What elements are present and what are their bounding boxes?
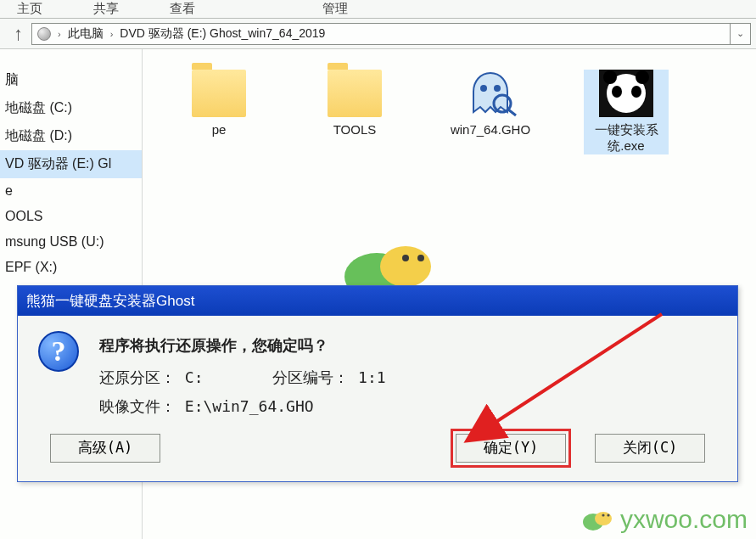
dialog-message: 程序将执行还原操作，您确定吗？ [99, 331, 386, 360]
image-file-value: E:\win7_64.GHO [185, 397, 314, 415]
ok-button[interactable]: 确定(Y) [456, 434, 566, 463]
file-item-folder[interactable]: pe [176, 70, 261, 137]
svg-point-12 [607, 514, 609, 516]
tab-manage[interactable]: 管理 [322, 1, 348, 17]
tab-home[interactable]: 主页 [17, 1, 42, 17]
sidebar-item[interactable]: OOLS [0, 204, 142, 229]
address-bar[interactable]: › 此电脑 › DVD 驱动器 (E:) Ghost_win7_64_2019 [31, 23, 731, 45]
file-label: TOOLS [312, 122, 397, 137]
sidebar-item[interactable]: msung USB (U:) [0, 229, 142, 255]
file-label: pe [176, 122, 261, 137]
chevron-down-icon: ⌄ [736, 28, 744, 39]
address-bar-row: ↑ › 此电脑 › DVD 驱动器 (E:) Ghost_win7_64_201… [0, 19, 756, 49]
partition-number-value: 1:1 [358, 368, 386, 386]
breadcrumb-drive[interactable]: DVD 驱动器 (E:) Ghost_win7_64_2019 [120, 26, 325, 42]
svg-point-6 [402, 255, 409, 261]
tab-view[interactable]: 查看 [170, 1, 195, 17]
svg-point-0 [480, 85, 487, 92]
sidebar-item[interactable]: VD 驱动器 (E:) Gl [0, 150, 142, 178]
restore-partition-label: 还原分区： [99, 363, 176, 392]
file-item-gho[interactable]: win7_64.GHO [448, 70, 533, 137]
nav-up-button[interactable]: ↑ [5, 23, 31, 45]
ghost-installer-dialog: 熊猫一键硬盘安装器Ghost ? 程序将执行还原操作，您确定吗？ 还原分区： C… [17, 285, 738, 482]
tab-share[interactable]: 共享 [93, 1, 119, 17]
question-icon: ? [38, 331, 79, 372]
partition-number-label: 分区编号： [272, 363, 349, 392]
watermark-text: yxwoo.com [581, 505, 748, 534]
svg-point-7 [417, 255, 424, 261]
watermark-bug-icon [581, 507, 615, 532]
folder-icon [328, 70, 382, 117]
ghost-icon [463, 70, 518, 117]
file-label: win7_64.GHO [448, 122, 533, 137]
address-dropdown[interactable]: ⌄ [731, 23, 751, 45]
panda-exe-icon [599, 70, 653, 117]
folder-icon [192, 70, 246, 117]
file-label: 一键安装系统.exe [584, 122, 669, 154]
sidebar-item[interactable]: 脑 [0, 66, 142, 94]
close-button[interactable]: 关闭(C) [595, 434, 705, 463]
dialog-text: 程序将执行还原操作，您确定吗？ 还原分区： C: 分区编号： 1:1 映像文件：… [99, 331, 386, 422]
disc-icon [37, 27, 51, 41]
svg-line-3 [508, 109, 516, 115]
breadcrumb-this-pc[interactable]: 此电脑 [68, 26, 104, 42]
chevron-right-icon: › [110, 29, 114, 39]
sidebar-item[interactable]: EPF (X:) [0, 255, 142, 280]
sidebar-item[interactable]: e [0, 178, 142, 204]
sidebar-item[interactable]: 地磁盘 (D:) [0, 122, 142, 150]
image-file-label: 映像文件： [99, 392, 176, 421]
dialog-title: 熊猫一键硬盘安装器Ghost [18, 286, 737, 316]
advanced-button[interactable]: 高级(A) [50, 434, 160, 463]
ribbon-tabs: 主页 共享 查看 管理 [0, 0, 756, 19]
file-item-folder[interactable]: TOOLS [312, 70, 397, 137]
svg-point-1 [494, 85, 501, 92]
file-item-exe[interactable]: 一键安装系统.exe [584, 70, 669, 154]
svg-point-11 [602, 514, 604, 516]
restore-partition-value: C: [185, 368, 204, 386]
sidebar-item[interactable]: 地磁盘 (C:) [0, 94, 142, 122]
chevron-right-icon: › [58, 29, 61, 39]
svg-point-5 [380, 246, 431, 287]
